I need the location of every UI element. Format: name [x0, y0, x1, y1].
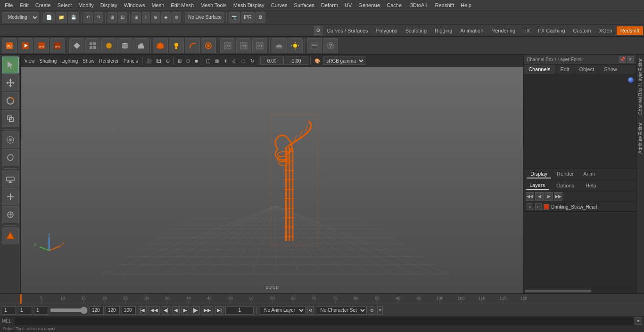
shelf-icon-ipr[interactable]: IPR: [34, 38, 49, 53]
shelf-icon-cylinder[interactable]: [117, 38, 132, 53]
menu-modify[interactable]: Modify: [75, 1, 96, 9]
shelf-icon-rs-cube[interactable]: [153, 38, 168, 53]
menu-redshift[interactable]: Redshift: [432, 1, 457, 9]
pb-step-fwd-btn[interactable]: ▶▶: [202, 306, 213, 315]
vp-cam-film[interactable]: 🎞: [155, 58, 163, 64]
layer-subtab-layers[interactable]: Layers: [526, 181, 549, 190]
lasso-tool-btn[interactable]: [2, 149, 19, 166]
vp-value2[interactable]: [285, 57, 308, 65]
shelf-tab-fx[interactable]: FX: [520, 26, 534, 35]
shelf-tab-curves-surfaces[interactable]: Curves / Surfaces: [323, 26, 372, 35]
vp-panels-menu[interactable]: Panels: [122, 58, 140, 64]
snap-point-btn[interactable]: ⊕: [151, 12, 160, 23]
shelf-icon-rs-circle[interactable]: [201, 38, 216, 53]
save-scene-btn[interactable]: 💾: [68, 12, 79, 23]
menu-mesh-tools[interactable]: Mesh Tools: [198, 1, 229, 9]
cb-tab-edit[interactable]: Edit: [555, 65, 574, 74]
vp-colorspace-dropdown[interactable]: sRGB gamma: [323, 57, 365, 65]
layer-pickable-btn[interactable]: P: [535, 203, 542, 210]
layer-subtab-options[interactable]: Options: [553, 182, 578, 189]
vp-shading-btn[interactable]: ◫: [204, 58, 212, 64]
status-range-slider[interactable]: [50, 308, 88, 312]
render-settings-btn[interactable]: ⚙: [256, 12, 265, 23]
menu-windows[interactable]: Windows: [121, 1, 148, 9]
shelf-icon-pr1[interactable]: PR: [220, 38, 235, 53]
menu-edit[interactable]: Edit: [17, 1, 32, 9]
anim-layer-dropdown[interactable]: No Anim Layer: [260, 306, 305, 315]
layer-tab-anim[interactable]: Anim: [579, 170, 599, 178]
shelf-settings-btn[interactable]: ⚙: [314, 26, 322, 35]
cb-tab-channels[interactable]: Channels: [524, 65, 555, 74]
layer-tab-render[interactable]: Render: [553, 170, 578, 178]
vp-renderer-menu[interactable]: Renderer: [97, 58, 121, 64]
layer-color-swatch[interactable]: [544, 204, 549, 210]
menu-curves[interactable]: Curves: [268, 1, 290, 9]
no-live-surface-btn[interactable]: No Live Surface: [185, 12, 224, 23]
vp-fog-btn[interactable]: ◎: [231, 58, 239, 64]
shelf-icon-diamond[interactable]: [69, 38, 84, 53]
shelf-icon-rv[interactable]: RV: [2, 38, 17, 53]
new-scene-btn[interactable]: 📄: [43, 12, 55, 23]
menu-edit-mesh[interactable]: Edit Mesh: [168, 1, 197, 9]
workspace-dropdown[interactable]: Modeling: [2, 12, 39, 23]
move-tool-btn[interactable]: [2, 74, 19, 91]
render-cam-btn[interactable]: 📷: [229, 12, 240, 23]
panel-close-btn[interactable]: ✕: [627, 56, 634, 63]
select-tool-btn[interactable]: [2, 57, 19, 73]
pb-step-back-btn[interactable]: ◀◀: [149, 306, 160, 315]
ipr-btn[interactable]: IPR: [241, 12, 255, 23]
vp-colorspace-icon[interactable]: 🎨: [313, 58, 322, 64]
right-panel-scrollbar[interactable]: [524, 288, 636, 293]
anim-layer-settings-btn[interactable]: ⚙: [307, 306, 314, 315]
menu-generate[interactable]: Generate: [355, 1, 383, 9]
vp-motion-btn[interactable]: ↻: [248, 58, 256, 64]
vp-texture-btn[interactable]: ⊠: [213, 58, 221, 64]
shelf-tab-redshift[interactable]: Redshift: [617, 26, 643, 35]
select-by-component-btn[interactable]: ⊡: [118, 12, 127, 23]
vp-value1[interactable]: [260, 57, 284, 65]
panel-pin-btn[interactable]: 📌: [619, 56, 626, 63]
menu-file[interactable]: File: [2, 1, 16, 9]
vp-cam-persp[interactable]: 🎥: [144, 58, 154, 64]
vp-show-menu[interactable]: Show: [81, 58, 96, 64]
shelf-icon-video[interactable]: [18, 38, 33, 53]
layer-subtab-help[interactable]: Help: [582, 182, 600, 189]
shelf-tab-fx-caching[interactable]: FX Caching: [534, 26, 569, 35]
side-tab-channel-box[interactable]: Channel Box / Layer Editor: [637, 55, 644, 119]
cb-tab-object[interactable]: Object: [574, 65, 599, 74]
open-scene-btn[interactable]: 📁: [56, 12, 67, 23]
status-frame-input[interactable]: [225, 306, 254, 315]
side-tab-attribute-editor[interactable]: Attribute Editor: [637, 119, 644, 157]
redo-btn[interactable]: ↷: [94, 12, 103, 23]
universal-manip-btn[interactable]: [2, 206, 19, 223]
vp-smooth-btn[interactable]: ⬡: [184, 58, 192, 64]
vp-shading-menu[interactable]: Shading: [38, 58, 59, 64]
rotate-tool-btn[interactable]: [2, 92, 19, 109]
menu-cache[interactable]: Cache: [384, 1, 405, 9]
snap-grid-btn[interactable]: ⊞: [132, 12, 141, 23]
menu-select[interactable]: Select: [55, 1, 75, 9]
shelf-icon-rs-log[interactable]: LOG: [307, 38, 322, 53]
menu-mesh-display[interactable]: Mesh Display: [231, 1, 267, 9]
display-settings-btn[interactable]: [2, 170, 19, 187]
vp-aa-btn[interactable]: ◌: [239, 58, 248, 64]
layer-visibility-btn[interactable]: V: [527, 203, 533, 210]
cb-tab-show[interactable]: Show: [599, 65, 622, 74]
vp-lighting-menu[interactable]: Lighting: [59, 58, 80, 64]
layer-next-btn[interactable]: ▶: [545, 192, 553, 201]
shelf-tab-rendering[interactable]: Rendering: [487, 26, 519, 35]
shelf-icon-cloud[interactable]: [133, 38, 149, 53]
menu-uv[interactable]: UV: [342, 1, 355, 9]
menu-display[interactable]: Display: [98, 1, 120, 9]
layer-skip-end-btn[interactable]: ▶▶: [554, 192, 562, 201]
menu-help[interactable]: Help: [458, 1, 474, 9]
pb-skip-start-btn[interactable]: |◀: [138, 306, 147, 315]
scale-tool-btn[interactable]: [2, 110, 19, 127]
shelf-icon-rs-help[interactable]: ?: [323, 38, 338, 53]
scrollbar-thumb[interactable]: [525, 290, 591, 292]
pb-play-back-btn[interactable]: ◀: [172, 306, 180, 315]
select-by-hierarchy-btn[interactable]: ⊞: [107, 12, 117, 23]
layer-tab-display[interactable]: Display: [527, 170, 551, 178]
shelf-tab-animation[interactable]: Animation: [456, 26, 487, 35]
shelf-icon-dome[interactable]: [272, 38, 287, 53]
